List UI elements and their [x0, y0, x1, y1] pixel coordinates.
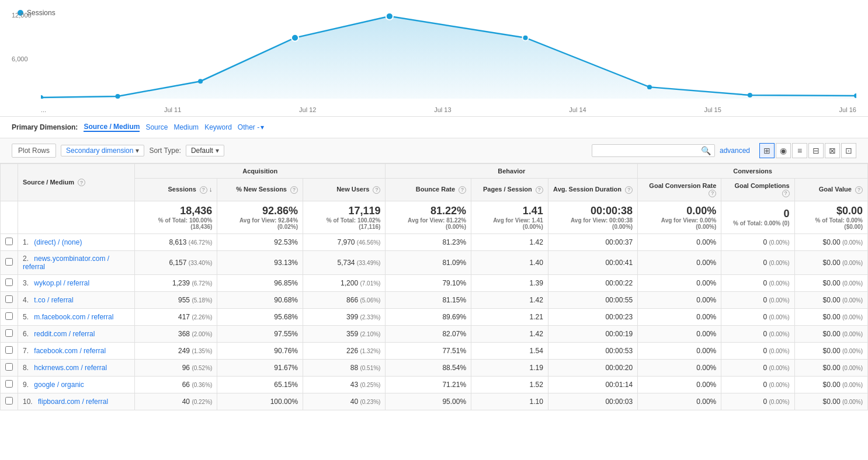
- x-label-3: Jul 12: [299, 106, 316, 113]
- x-label-7: Jul 16: [839, 106, 856, 113]
- source-link[interactable]: news.ycombinator.com / referral: [23, 255, 109, 271]
- row-checkbox[interactable]: [5, 258, 13, 266]
- total-avg-duration: 00:00:38 Avg for View: 00:00:38 (0.00%): [548, 201, 637, 234]
- sort-arrow-sessions: ↓: [209, 186, 213, 193]
- other-arrow: ▾: [261, 123, 264, 131]
- toolbar: Plot Rows Secondary dimension ▾ Sort Typ…: [0, 138, 868, 163]
- view-icon-list[interactable]: ≡: [792, 143, 807, 158]
- svg-point-4: [291, 34, 298, 41]
- x-label-4: Jul 13: [434, 106, 451, 113]
- y-axis-labels: 12,000 6,000: [12, 12, 32, 99]
- view-icons: ⊞ ◉ ≡ ⊟ ⊠ ⊡: [759, 143, 856, 158]
- primary-dim-label: Primary Dimension:: [12, 123, 78, 131]
- dim-link-keyword[interactable]: Keyword: [204, 123, 232, 131]
- source-link[interactable]: google / organic: [34, 381, 84, 389]
- source-link[interactable]: t.co / referral: [34, 296, 73, 304]
- table-row: 3. wykop.pl / referral 1,239 (6.72%) 96.…: [1, 274, 868, 291]
- row-checkbox[interactable]: [5, 346, 13, 354]
- search-icon: 🔍: [701, 146, 711, 155]
- sort-type-dropdown[interactable]: Default ▾: [186, 145, 224, 156]
- total-pages-session: 1.41 Avg for View: 1.41 (0.00%): [471, 201, 548, 234]
- source-link[interactable]: m.facebook.com / referral: [34, 313, 113, 321]
- svg-point-7: [647, 85, 652, 89]
- row-checkbox[interactable]: [5, 278, 13, 286]
- svg-point-3: [198, 79, 203, 83]
- search-box[interactable]: 🔍: [592, 144, 715, 157]
- row-checkbox[interactable]: [5, 238, 13, 245]
- dim-link-source[interactable]: Source: [145, 123, 168, 131]
- advanced-link[interactable]: advanced: [720, 147, 750, 155]
- source-link[interactable]: hckrnews.com / referral: [34, 364, 107, 372]
- table-row: 5. m.facebook.com / referral 417 (2.26%)…: [1, 308, 868, 325]
- table-row: 7. facebook.com / referral 249 (1.35%) 9…: [1, 342, 868, 359]
- col-goal-comp[interactable]: Goal Completions ?: [721, 179, 794, 201]
- x-label-2: Jul 11: [164, 106, 181, 113]
- secondary-dim-label: Secondary dimension: [66, 147, 133, 155]
- source-link[interactable]: wykop.pl / referral: [34, 279, 89, 287]
- source-link[interactable]: (direct) / (none): [34, 238, 82, 246]
- view-icon-grid[interactable]: ⊞: [759, 143, 775, 158]
- svg-point-5: [386, 13, 393, 20]
- data-table: Source / Medium ? Acquisition Behavior C…: [0, 163, 868, 410]
- total-goal-value: $0.00 % of Total: 0.00% ($0.00): [794, 201, 868, 234]
- col-goal-value[interactable]: Goal Value ?: [794, 179, 868, 201]
- svg-marker-0: [41, 16, 856, 99]
- source-medium-help[interactable]: ?: [78, 179, 85, 186]
- table-row: 1. (direct) / (none) 8,613 (46.72%) 92.5…: [1, 234, 868, 250]
- table-row: 8. hckrnews.com / referral 96 (0.52%) 91…: [1, 359, 868, 376]
- col-avg-duration[interactable]: Avg. Session Duration ?: [548, 179, 637, 201]
- total-new-sessions: 92.86% Avg for View: 92.84% (0.02%): [217, 201, 303, 234]
- row-checkbox[interactable]: [5, 329, 13, 337]
- view-icon-pivot[interactable]: ⊠: [825, 143, 840, 158]
- chart-svg: [41, 6, 856, 99]
- y-label-mid: 6,000: [12, 55, 32, 62]
- svg-point-2: [115, 94, 120, 99]
- source-link[interactable]: reddit.com / referral: [34, 330, 95, 338]
- chart-area: Sessions 12,000 6,000: [0, 0, 868, 117]
- row-checkbox[interactable]: [5, 312, 13, 320]
- table-row: 6. reddit.com / referral 368 (2.00%) 97.…: [1, 325, 868, 342]
- dim-link-medium[interactable]: Medium: [173, 123, 199, 131]
- col-new-sessions[interactable]: % New Sessions ?: [217, 179, 303, 201]
- total-sessions: 18,436 % of Total: 100.00% (18,436): [135, 201, 217, 234]
- y-label-top: 12,000: [12, 12, 32, 19]
- dim-link-source-medium[interactable]: Source / Medium: [84, 123, 140, 132]
- svg-point-8: [748, 93, 752, 97]
- view-icon-custom[interactable]: ⊡: [841, 143, 856, 158]
- secondary-dim-dropdown[interactable]: Secondary dimension ▾: [61, 145, 144, 156]
- col-pages-session[interactable]: Pages / Session ?: [471, 179, 548, 201]
- total-new-users: 17,119 % of Total: 100.02% (17,116): [303, 201, 386, 234]
- x-label-5: Jul 14: [569, 106, 586, 113]
- total-bounce-rate: 81.22% Avg for View: 81.22% (0.00%): [386, 201, 471, 234]
- svg-point-1: [41, 95, 43, 99]
- x-label-6: Jul 15: [704, 106, 721, 113]
- source-link[interactable]: facebook.com / referral: [34, 347, 106, 355]
- plot-rows-button[interactable]: Plot Rows: [12, 144, 56, 158]
- header-source-medium: Source / Medium ?: [18, 164, 135, 201]
- col-sessions[interactable]: Sessions ? ↓: [135, 179, 217, 201]
- col-goal-conv[interactable]: Goal Conversion Rate ?: [638, 179, 721, 201]
- x-label-1: ...: [41, 106, 46, 113]
- col-new-users[interactable]: New Users ?: [303, 179, 386, 201]
- dim-link-other[interactable]: Other - ▾: [238, 123, 264, 131]
- primary-dimension-bar: Primary Dimension: Source / Medium Sourc…: [0, 117, 868, 138]
- col-bounce-rate[interactable]: Bounce Rate ?: [386, 179, 471, 201]
- header-behavior: Behavior: [386, 164, 638, 179]
- row-checkbox[interactable]: [5, 397, 13, 405]
- table-row: 4. t.co / referral 955 (5.18%) 90.68% 86…: [1, 291, 868, 308]
- source-link[interactable]: flipboard.com / referral: [38, 398, 108, 406]
- view-icon-compare[interactable]: ⊟: [808, 143, 824, 158]
- row-checkbox[interactable]: [5, 380, 13, 388]
- view-icon-pie[interactable]: ◉: [776, 143, 791, 158]
- header-conversions: Conversions: [638, 164, 868, 179]
- total-goal-comp: 0 % of Total: 0.00% (0): [721, 201, 794, 234]
- table-wrapper: Source / Medium ? Acquisition Behavior C…: [0, 163, 868, 410]
- svg-point-6: [522, 35, 528, 41]
- header-checkbox: [1, 164, 18, 201]
- sort-type-label: Sort Type:: [149, 147, 180, 155]
- search-input[interactable]: [596, 147, 701, 155]
- row-checkbox[interactable]: [5, 363, 13, 371]
- sort-arrow: ▾: [216, 147, 219, 155]
- sort-default-label: Default: [191, 147, 213, 155]
- row-checkbox[interactable]: [5, 295, 13, 303]
